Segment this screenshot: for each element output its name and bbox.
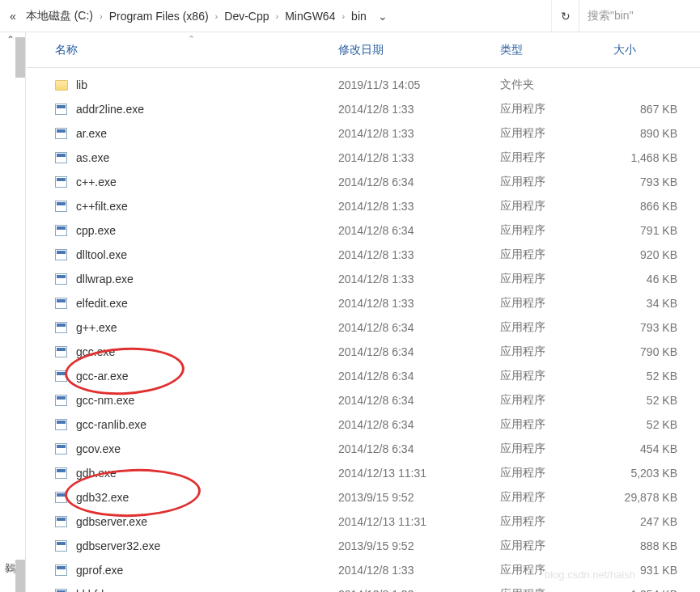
tree-collapse-icon[interactable]: ⌃ xyxy=(6,34,15,45)
file-row[interactable]: gdb.exe2014/12/13 11:31应用程序5,203 KB xyxy=(26,461,700,485)
file-row[interactable]: g++.exe2014/12/8 6:34应用程序793 KB xyxy=(26,315,700,340)
chevron-down-icon[interactable]: ⌄ xyxy=(371,10,394,23)
column-header-size[interactable]: 大小 xyxy=(613,43,700,57)
chevron-right-icon: › xyxy=(274,11,281,21)
file-date: 2014/12/8 6:34 xyxy=(338,418,500,431)
file-date: 2014/12/13 11:31 xyxy=(338,467,500,480)
file-row[interactable]: cpp.exe2014/12/8 6:34应用程序791 KB xyxy=(26,218,700,243)
file-row[interactable]: gcc-nm.exe2014/12/8 6:34应用程序52 KB xyxy=(26,388,700,412)
application-icon xyxy=(55,152,70,163)
file-size: 866 KB xyxy=(613,200,700,213)
chevron-right-icon: › xyxy=(214,11,220,21)
file-size: 29,878 KB xyxy=(613,491,700,504)
address-toolbar: « 本地磁盘 (C:) › Program Files (x86) › Dev-… xyxy=(0,0,700,32)
file-row[interactable]: lib2019/11/3 14:05文件夹 xyxy=(26,73,700,97)
file-row[interactable]: ld.bfd.exe2014/12/8 1:33应用程序1,254 KB xyxy=(26,582,700,592)
chevron-right-icon: › xyxy=(340,11,346,21)
file-date: 2014/12/8 1:33 xyxy=(338,297,500,310)
file-type: 应用程序 xyxy=(500,320,613,335)
file-type: 应用程序 xyxy=(500,150,613,165)
file-row[interactable]: addr2line.exe2014/12/8 1:33应用程序867 KB xyxy=(26,97,700,121)
folder-icon xyxy=(55,80,70,91)
breadcrumb-item[interactable]: MinGW64 xyxy=(280,10,340,23)
tree-node-glyph[interactable]: 鶨 xyxy=(5,561,15,576)
nav-tree-gutter: ⌃ 鶨 xyxy=(0,32,26,592)
file-date: 2014/12/8 6:34 xyxy=(338,175,500,188)
file-name: gcc-ranlib.exe xyxy=(76,418,338,431)
search-input[interactable]: 搜索"bin" xyxy=(579,0,700,32)
file-name: c++.exe xyxy=(76,175,338,188)
file-date: 2014/12/13 11:31 xyxy=(338,515,500,528)
breadcrumb-item[interactable]: Dev-Cpp xyxy=(219,10,274,23)
breadcrumb-item[interactable]: 本地磁盘 (C:) xyxy=(21,9,98,23)
file-size: 52 KB xyxy=(613,370,700,383)
file-name: as.exe xyxy=(76,151,338,164)
file-type: 应用程序 xyxy=(500,126,613,141)
application-icon xyxy=(55,467,70,479)
application-icon xyxy=(55,492,70,503)
application-icon xyxy=(55,346,70,357)
file-name: gdb32.exe xyxy=(76,491,338,504)
file-date: 2014/12/8 1:33 xyxy=(338,588,500,592)
file-type: 应用程序 xyxy=(500,466,613,480)
file-row[interactable]: gprof.exe2014/12/8 1:33应用程序931 KB xyxy=(26,558,700,582)
file-date: 2014/12/8 1:33 xyxy=(338,273,500,285)
file-name: dllwrap.exe xyxy=(76,273,338,285)
file-size: 793 KB xyxy=(613,175,700,188)
file-size: 867 KB xyxy=(613,103,700,116)
chevron-right-icon: › xyxy=(98,11,104,21)
file-name: gcc.exe xyxy=(76,345,338,358)
file-type: 应用程序 xyxy=(500,563,613,577)
breadcrumb[interactable]: « 本地磁盘 (C:) › Program Files (x86) › Dev-… xyxy=(0,0,551,32)
file-size: 931 KB xyxy=(613,564,700,577)
application-icon xyxy=(55,443,70,455)
breadcrumb-item[interactable]: Program Files (x86) xyxy=(104,10,214,23)
file-row[interactable]: gcc.exe2014/12/8 6:34应用程序790 KB xyxy=(26,340,700,364)
application-icon xyxy=(55,273,70,285)
file-name: gcc-ar.exe xyxy=(76,370,338,383)
file-row[interactable]: gdb32.exe2013/9/15 9:52应用程序29,878 KB xyxy=(26,485,700,510)
file-row[interactable]: ar.exe2014/12/8 1:33应用程序890 KB xyxy=(26,121,700,146)
file-row[interactable]: as.exe2014/12/8 1:33应用程序1,468 KB xyxy=(26,146,700,170)
file-type: 应用程序 xyxy=(500,514,613,529)
application-icon xyxy=(55,370,70,382)
file-name: dlltool.exe xyxy=(76,248,338,261)
column-header-name[interactable]: 名称 xyxy=(55,43,338,57)
file-size: 791 KB xyxy=(613,224,700,237)
file-row[interactable]: gcc-ranlib.exe2014/12/8 6:34应用程序52 KB xyxy=(26,412,700,437)
application-icon xyxy=(55,104,70,115)
file-row[interactable]: gcc-ar.exe2014/12/8 6:34应用程序52 KB xyxy=(26,364,700,388)
file-size: 888 KB xyxy=(613,539,700,552)
tree-scrollbar-thumb[interactable] xyxy=(15,37,25,78)
file-row[interactable]: elfedit.exe2014/12/8 1:33应用程序34 KB xyxy=(26,291,700,315)
column-header-type[interactable]: 类型 xyxy=(500,43,613,57)
file-name: c++filt.exe xyxy=(76,200,338,213)
refresh-button[interactable]: ↻ xyxy=(551,0,579,32)
application-icon xyxy=(55,298,70,309)
file-size: 5,203 KB xyxy=(613,467,700,480)
file-name: elfedit.exe xyxy=(76,297,338,310)
file-row[interactable]: gdbserver32.exe2013/9/15 9:52应用程序888 KB xyxy=(26,534,700,558)
file-size: 890 KB xyxy=(613,127,700,140)
file-row[interactable]: dlltool.exe2014/12/8 1:33应用程序920 KB xyxy=(26,243,700,267)
file-name: lib xyxy=(76,78,338,91)
file-row[interactable]: gcov.exe2014/12/8 6:34应用程序454 KB xyxy=(26,437,700,461)
breadcrumb-truncate[interactable]: « xyxy=(5,10,21,23)
file-date: 2013/9/15 9:52 xyxy=(338,491,500,504)
file-row[interactable]: c++.exe2014/12/8 6:34应用程序793 KB xyxy=(26,170,700,194)
file-row[interactable]: c++filt.exe2014/12/8 1:33应用程序866 KB xyxy=(26,194,700,218)
file-date: 2014/12/8 6:34 xyxy=(338,442,500,455)
file-size: 52 KB xyxy=(613,394,700,407)
file-name: ld.bfd.exe xyxy=(76,588,338,592)
file-list-pane: ⌃ 名称 修改日期 类型 大小 lib2019/11/3 14:05文件夹add… xyxy=(26,32,700,592)
file-row[interactable]: gdbserver.exe2014/12/13 11:31应用程序247 KB xyxy=(26,510,700,534)
application-icon xyxy=(55,516,70,527)
file-type: 应用程序 xyxy=(500,102,613,116)
column-headers: 名称 修改日期 类型 大小 xyxy=(26,32,700,68)
file-date: 2014/12/8 1:33 xyxy=(338,200,500,213)
file-date: 2014/12/8 6:34 xyxy=(338,345,500,358)
breadcrumb-item[interactable]: bin xyxy=(346,10,371,23)
tree-scrollbar-thumb[interactable] xyxy=(15,560,25,592)
column-header-date[interactable]: 修改日期 xyxy=(338,43,500,57)
file-row[interactable]: dllwrap.exe2014/12/8 1:33应用程序46 KB xyxy=(26,267,700,291)
